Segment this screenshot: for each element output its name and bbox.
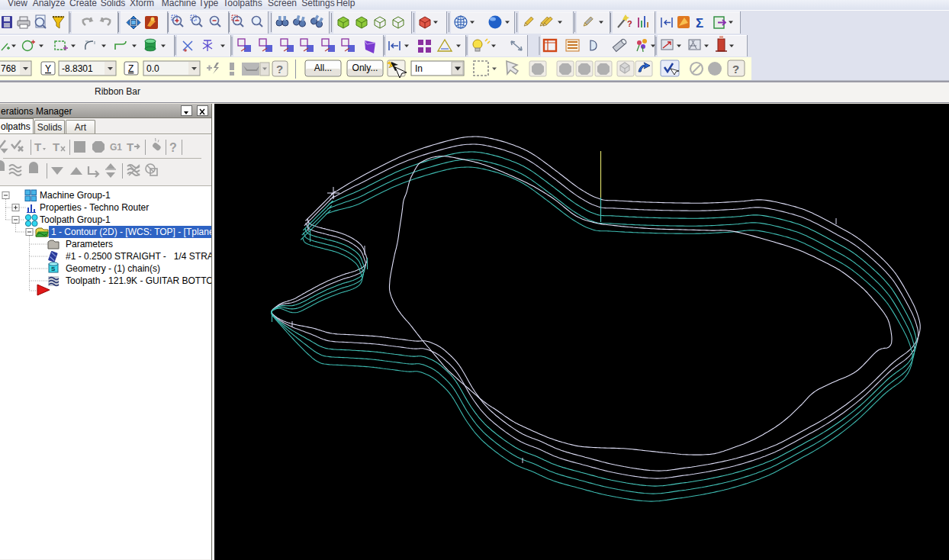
svg-text:Only...: Only... [352,63,378,73]
svg-text:-8.8301: -8.8301 [62,63,93,74]
svg-text:Σ: Σ [696,16,703,31]
svg-text:Z: Z [128,63,134,74]
svg-text:0.0: 0.0 [146,63,159,74]
svg-text:Properties - Techno Router: Properties - Techno Router [40,202,149,213]
svg-text:In: In [415,63,423,74]
svg-text:1 - Contour (2D) - [WCS: TOP]: 1 - Contour (2D) - [WCS: TOP] - [Tplane:… [51,227,211,237]
svg-text:#1 - 0.2500 STRAIGHT - 1/4 S: #1 - 0.2500 STRAIGHT - 1/4 STRAIG [66,251,211,262]
svg-text:768: 768 [1,63,16,74]
svg-text:S: S [51,266,56,272]
svg-text:T: T [127,140,134,153]
svg-text:G1: G1 [110,142,122,153]
svg-text:?: ? [169,141,177,154]
svg-text:T: T [53,140,60,153]
svg-text:T: T [34,140,41,153]
svg-text:?: ? [732,63,739,76]
svg-text:?: ? [627,19,632,28]
svg-text:Geometry - (1) chain(s): Geometry - (1) chain(s) [66,263,160,274]
svg-text:?: ? [276,63,283,76]
svg-text:Toolpath - 121.9K - GUITAR BOT: Toolpath - 121.9K - GUITAR BOTTOM_ [66,275,211,286]
svg-text:Y: Y [45,63,51,74]
svg-text:Parameters: Parameters [66,239,113,249]
svg-text:All...: All... [314,63,332,73]
svg-text:Machine Group-1: Machine Group-1 [40,190,111,201]
svg-text:Toolpath Group-1: Toolpath Group-1 [40,214,111,225]
